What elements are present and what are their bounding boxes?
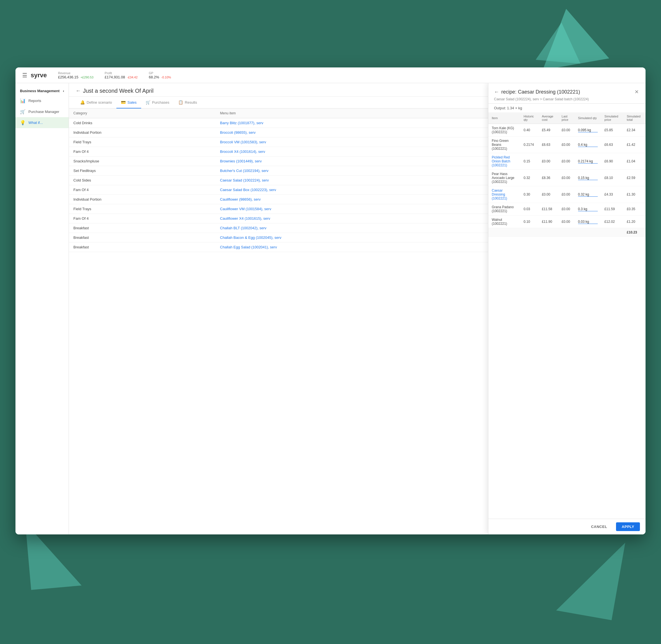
sidebar-item-purchase-manager[interactable]: 🛒 Purchase Manager bbox=[16, 106, 69, 117]
cell-menu-item[interactable]: Cauliflower X4 (1001615), serv bbox=[216, 214, 494, 223]
recipe-cell-last-price: £0.00 bbox=[558, 170, 575, 186]
recipe-cell-item: Walnut (1002221) bbox=[488, 215, 520, 228]
cell-menu-item[interactable]: Brownies (1001449), serv bbox=[216, 157, 494, 166]
recipe-back-button[interactable]: ← bbox=[494, 89, 499, 95]
main-content: Business Management ‹ 📊 Reports 🛒 Purcha… bbox=[16, 83, 645, 534]
recipe-subtitle: Caesar Salad (1002224), serv > Caesar Sa… bbox=[494, 97, 640, 101]
recipe-cell-sim-qty[interactable] bbox=[575, 124, 601, 137]
recipe-cell-sim-price: £12.02 bbox=[601, 215, 623, 228]
recipe-col-last-price: Last price bbox=[558, 112, 575, 124]
cell-menu-item[interactable]: Caesar Salad Box (1002223), serv bbox=[216, 185, 494, 195]
recipe-cell-sim-total: £1.42 bbox=[623, 137, 645, 153]
menu-icon[interactable]: ☰ bbox=[22, 72, 27, 79]
cell-category: Set Fiedltrays bbox=[69, 166, 216, 176]
top-bar: ☰ syrve Revenue £256,436.15 +£290.53 Pro… bbox=[16, 67, 645, 83]
recipe-cell-historic: 0.10 bbox=[520, 215, 538, 228]
stat-revenue: Revenue £256,436.15 +£290.53 bbox=[58, 71, 94, 79]
sidebar-item-what-if[interactable]: 💡 What if... bbox=[16, 117, 69, 128]
recipe-panel: ← recipe: Caesar Dressing (1002221) ✕ Ca… bbox=[488, 83, 645, 534]
recipe-cell-sim-total: £2.34 bbox=[623, 124, 645, 137]
recipe-output: Output: 1.34 × kg bbox=[488, 104, 645, 112]
recipe-cell-sim-qty[interactable] bbox=[575, 186, 601, 203]
cell-menu-item[interactable]: Barry Blitz (1001877), serv bbox=[216, 118, 494, 128]
recipe-cell-sim-price: £5.85 bbox=[601, 124, 623, 137]
profit-value: £174,931.08 bbox=[105, 75, 125, 79]
sim-qty-input[interactable] bbox=[578, 192, 598, 197]
gp-label: GP bbox=[149, 71, 153, 75]
cell-menu-item[interactable]: Broccoli VM (1001583), serv bbox=[216, 137, 494, 147]
sim-qty-input[interactable] bbox=[578, 176, 598, 180]
sidebar-item-reports[interactable]: 📊 Reports bbox=[16, 95, 69, 106]
sim-qty-input[interactable] bbox=[578, 159, 598, 163]
recipe-row: Pickled Red Onion Batch (1002221) 0.15 £… bbox=[488, 153, 645, 170]
sidebar-item-label-whatif: What if... bbox=[28, 120, 43, 125]
cell-menu-item[interactable]: Cauliflower (98656), serv bbox=[216, 195, 494, 204]
recipe-cell-last-price: £0.00 bbox=[558, 153, 575, 170]
cell-category: Snacks/Impluse bbox=[69, 157, 216, 166]
sim-qty-input[interactable] bbox=[578, 128, 598, 132]
tab-purchases[interactable]: 🛒 Purchases bbox=[141, 97, 174, 109]
sidebar-item-label-purchase: Purchase Manager bbox=[28, 110, 59, 114]
recipe-cell-sim-qty[interactable] bbox=[575, 153, 601, 170]
cell-category: Field Trays bbox=[69, 137, 216, 147]
recipe-col-historic: Historic qty bbox=[520, 112, 538, 124]
recipe-row: Caesar Dressing (1002221) 0.30 £0.00 £0.… bbox=[488, 186, 645, 203]
col-menu-item: Menu item bbox=[216, 109, 494, 118]
cell-menu-item[interactable]: Broccoli X4 (1001614), serv bbox=[216, 147, 494, 157]
stat-gp: GP 68.2% -0.10% bbox=[149, 71, 171, 79]
col-category: Category bbox=[69, 109, 216, 118]
recipe-total-row: £10.23 bbox=[488, 228, 645, 237]
cell-menu-item[interactable]: Butcher's Cut (1002194), serv bbox=[216, 166, 494, 176]
recipe-cell-historic: 0.03 bbox=[520, 203, 538, 215]
recipe-cell-sim-qty[interactable] bbox=[575, 203, 601, 215]
sidebar: Business Management ‹ 📊 Reports 🛒 Purcha… bbox=[16, 83, 69, 534]
cell-category: Fam Of 4 bbox=[69, 147, 216, 157]
back-button[interactable]: ← bbox=[75, 88, 81, 94]
what-if-icon: 💡 bbox=[20, 120, 26, 125]
recipe-cell-sim-qty[interactable] bbox=[575, 137, 601, 153]
cell-category: Breakfast bbox=[69, 233, 216, 243]
tab-results[interactable]: 📋 Results bbox=[174, 97, 201, 109]
recipe-row: Pear Hass Avocado Large (1002221) 0.32 £… bbox=[488, 170, 645, 186]
recipe-cell-avg-cost: £11.58 bbox=[538, 203, 558, 215]
recipe-cell-sim-qty[interactable] bbox=[575, 215, 601, 228]
recipe-cell-historic: 0.32 bbox=[520, 170, 538, 186]
recipe-cell-avg-cost: £0.00 bbox=[538, 186, 558, 203]
cell-category: Field Trays bbox=[69, 204, 216, 214]
purchase-manager-icon: 🛒 bbox=[20, 109, 26, 114]
sim-qty-input[interactable] bbox=[578, 143, 598, 147]
tab-define-scenario[interactable]: 🔔 Define scenario bbox=[75, 97, 116, 109]
sim-qty-input[interactable] bbox=[578, 220, 598, 224]
recipe-table-container: Item Historic qty Average cost Last pric… bbox=[488, 112, 645, 519]
revenue-delta: +£290.53 bbox=[81, 75, 93, 79]
recipe-cell-avg-cost: £8.36 bbox=[538, 170, 558, 186]
recipe-col-item: Item bbox=[488, 112, 520, 124]
sim-qty-input[interactable] bbox=[578, 207, 598, 211]
panels-wrapper: ← Just a second Week Of April 🔔 Define s… bbox=[69, 83, 645, 534]
recipe-cell-item[interactable]: Caesar Dressing (1002221) bbox=[488, 186, 520, 203]
recipe-cell-avg-cost: £5.49 bbox=[538, 124, 558, 137]
close-button[interactable]: ✕ bbox=[634, 88, 640, 96]
recipe-cell-sim-total: £1.20 bbox=[623, 215, 645, 228]
recipe-cell-sim-price: £11.59 bbox=[601, 203, 623, 215]
cell-menu-item[interactable]: Challah Egg Salad (1002041), serv bbox=[216, 243, 494, 252]
recipe-cell-sim-qty[interactable] bbox=[575, 170, 601, 186]
recipe-row: Torn Kale (KG) (1002221) 0.40 £5.49 £0.0… bbox=[488, 124, 645, 137]
tab-label-purchases: Purchases bbox=[152, 100, 169, 105]
cancel-button[interactable]: CANCEL bbox=[586, 522, 613, 531]
gp-value: 68.2% bbox=[149, 75, 159, 79]
cell-menu-item[interactable]: Challah Bacon & Egg (1002045), serv bbox=[216, 233, 494, 243]
recipe-cell-item[interactable]: Pickled Red Onion Batch (1002221) bbox=[488, 153, 520, 170]
recipe-cell-historic: 0.2174 bbox=[520, 137, 538, 153]
sidebar-item-label-reports: Reports bbox=[28, 99, 41, 103]
cell-menu-item[interactable]: Cauliflower VM (1001584), serv bbox=[216, 204, 494, 214]
recipe-cell-last-price: £0.00 bbox=[558, 203, 575, 215]
tab-sales[interactable]: 💳 Sales bbox=[116, 97, 141, 109]
results-icon: 📋 bbox=[178, 100, 183, 105]
recipe-cell-last-price: £0.00 bbox=[558, 186, 575, 203]
recipe-cell-sim-total: £0.35 bbox=[623, 203, 645, 215]
cell-menu-item[interactable]: Challah BLT (1002042), serv bbox=[216, 223, 494, 233]
cell-menu-item[interactable]: Caesar Salad (1002224), serv bbox=[216, 176, 494, 185]
apply-button[interactable]: APPLY bbox=[616, 522, 640, 531]
cell-menu-item[interactable]: Broccoli (98655), serv bbox=[216, 128, 494, 137]
